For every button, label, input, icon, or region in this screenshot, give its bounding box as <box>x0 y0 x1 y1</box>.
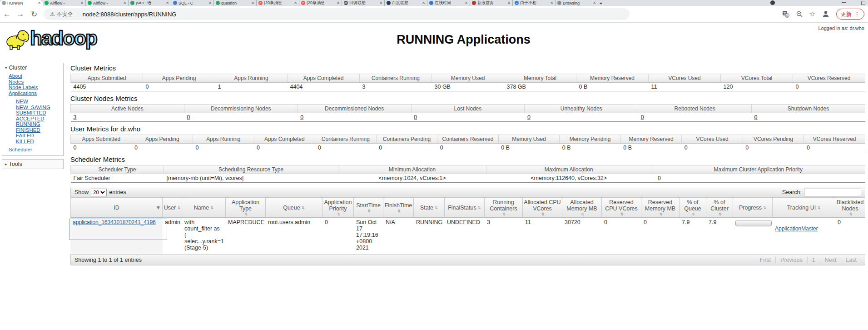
column-header[interactable]: State ⇅ <box>414 198 445 218</box>
column-header[interactable]: Application Type ⇅ <box>226 198 266 218</box>
sidebar-link[interactable]: Nodes <box>9 79 63 85</box>
tools-nav-header[interactable]: ▸ Tools <box>2 160 63 169</box>
browser-tab[interactable]: Airflow - ✕ <box>85 0 128 6</box>
tab-close-icon[interactable]: ✕ <box>208 1 212 5</box>
cell-allocated-memory: 30720 <box>562 218 602 254</box>
node-count-link[interactable]: 0 <box>300 114 303 120</box>
minimize-button[interactable] <box>842 2 846 3</box>
bookmark-star-icon[interactable]: ☆ <box>809 10 815 18</box>
node-count-link[interactable]: 0 <box>527 114 531 120</box>
browser-tab[interactable]: SQL - C ✕ <box>171 0 213 6</box>
cluster-nav-header[interactable]: ▾ Cluster <box>2 63 63 72</box>
browser-tab[interactable]: C (20条消息 ✕ <box>256 0 299 6</box>
column-header[interactable]: Allocated Memory MB ⇅ <box>562 198 602 218</box>
zoom-out-icon[interactable] <box>796 10 803 18</box>
page-button[interactable]: Next <box>820 257 841 263</box>
sort-icon: ⇅ <box>541 212 545 216</box>
tab-close-icon[interactable]: ✕ <box>166 1 169 5</box>
browser-tab[interactable]: 在线时间 ✕ <box>427 0 470 6</box>
tab-close-icon[interactable]: ✕ <box>422 1 425 5</box>
back-button[interactable]: ← <box>0 10 14 19</box>
translate-icon[interactable]: 文 G <box>782 10 789 18</box>
search-input[interactable] <box>804 189 861 196</box>
browser-tab[interactable]: RUNNIN ✕ <box>0 0 43 6</box>
browser-tab[interactable]: C (20条消息 ✕ <box>299 0 342 6</box>
column-header-label: Application Type <box>227 199 264 212</box>
cell-name: with count_filter as ( selec...y.rank=1 … <box>182 218 226 254</box>
sidebar-link-scheduler[interactable]: Scheduler <box>9 147 63 153</box>
sort-icon: ▼ <box>157 205 160 210</box>
browser-tab[interactable]: question ✕ <box>213 0 256 6</box>
sidebar-state-link[interactable]: NEW <box>16 99 63 105</box>
column-header[interactable]: Reserved CPU VCores ⇅ <box>602 198 641 218</box>
reload-button[interactable]: ↻ <box>27 10 41 19</box>
browser-tab[interactable]: 新浪首页 ✕ <box>470 0 512 6</box>
tab-close-icon[interactable]: ✕ <box>465 1 468 5</box>
sidebar-state-link[interactable]: SUBMITTED <box>16 110 63 116</box>
tab-close-icon[interactable]: ✕ <box>379 1 382 5</box>
column-header[interactable]: % of Queue ⇅ <box>680 198 706 218</box>
page-button[interactable]: Previous <box>775 257 807 263</box>
column-header[interactable]: Tracking UI ⇅ <box>773 198 835 218</box>
browser-tab[interactable]: e 由于不相 ✕ <box>512 0 555 6</box>
node-count-link[interactable]: 3 <box>74 114 77 120</box>
tab-close-icon[interactable]: ✕ <box>507 1 511 5</box>
apps-table-header: ID ▼ User ⇅ Name ⇅ Application Type ⇅ Qu… <box>70 198 865 218</box>
browser-tab[interactable]: Browsing ✕ <box>555 0 598 6</box>
maximize-button[interactable] <box>861 1 865 5</box>
sidebar-state-link[interactable]: RUNNING <box>16 121 63 127</box>
sidebar-link[interactable]: Applications <box>9 90 63 96</box>
tab-close-icon[interactable]: ✕ <box>550 1 553 5</box>
sidebar-link[interactable]: About <box>9 73 63 79</box>
column-header[interactable]: Reserved Memory MB ⇅ <box>641 198 680 218</box>
column-header[interactable]: Application Priority ⇅ <box>322 198 354 218</box>
sidebar-state-link[interactable]: KILLED <box>16 139 63 145</box>
tab-close-icon[interactable]: ✕ <box>294 1 297 5</box>
cell-user: admin <box>163 218 182 254</box>
node-count-link[interactable]: 0 <box>754 114 758 120</box>
sidebar-state-link[interactable]: FAILED <box>16 133 63 139</box>
column-header[interactable]: StartTime ⇅ <box>354 198 383 218</box>
browser-tab[interactable]: Airflow - ✕ <box>43 0 85 6</box>
tab-close-icon[interactable]: ✕ <box>80 1 84 5</box>
browser-tab[interactable]: yarn - 语 ✕ <box>128 0 171 6</box>
tab-close-icon[interactable]: ✕ <box>38 1 41 5</box>
update-button[interactable]: 更新 ⋮ <box>836 9 864 20</box>
sidebar-link[interactable]: Node Labels <box>9 85 63 90</box>
application-id-link[interactable]: application_1634301870241_4196 <box>73 219 156 225</box>
node-count-link[interactable]: 0 <box>414 114 417 120</box>
column-header[interactable]: User ⇅ <box>163 198 182 218</box>
page-button[interactable]: First <box>755 257 775 263</box>
new-tab-button[interactable]: + <box>598 0 604 6</box>
tab-close-icon[interactable]: ✕ <box>251 1 254 5</box>
column-header[interactable]: Running Containers ⇅ <box>485 198 523 218</box>
column-header[interactable]: % of Cluster ⇅ <box>706 198 733 218</box>
column-header[interactable]: Queue ⇅ <box>266 198 322 218</box>
profile-avatar-icon[interactable] <box>822 10 830 18</box>
page-button[interactable]: Last <box>841 257 861 263</box>
page-size-select[interactable]: 20 <box>91 189 107 196</box>
forward-button[interactable]: → <box>14 10 27 19</box>
column-header[interactable]: Progress ⇅ <box>733 198 773 218</box>
browser-tab[interactable]: 百度联想 ✕ <box>384 0 427 6</box>
column-header[interactable]: Blacklisted Nodes ⇅ <box>835 198 865 218</box>
column-header[interactable]: Allocated CPU VCores ⇅ <box>523 198 562 218</box>
sidebar-state-link[interactable]: ACCEPTED <box>16 116 63 122</box>
column-header[interactable]: Name ⇅ <box>182 198 226 218</box>
page-button[interactable]: 1 <box>807 257 820 263</box>
tab-close-icon[interactable]: ✕ <box>593 1 596 5</box>
tab-close-icon[interactable]: ✕ <box>337 1 340 5</box>
browser-tab[interactable]: 03 回调联想 ✕ <box>342 0 384 6</box>
node-count-link[interactable]: 0 <box>187 114 190 120</box>
menu-dots-icon[interactable]: ⋮ <box>854 11 860 17</box>
sidebar-state-link[interactable]: FINISHED <box>16 127 63 133</box>
tab-close-icon[interactable]: ✕ <box>123 1 126 5</box>
address-bar[interactable]: ⚠ 不安全 node2:8088/cluster/apps/RUNNING <box>44 8 630 20</box>
column-header[interactable]: FinishTime ⇅ <box>383 198 414 218</box>
profile-dot-icon[interactable] <box>770 0 775 5</box>
node-count-link[interactable]: 0 <box>641 114 644 120</box>
column-header[interactable]: FinalStatus ⇅ <box>445 198 485 218</box>
column-header[interactable]: ID ▼ <box>70 198 163 218</box>
sidebar-state-link[interactable]: NEW_SAVING <box>16 105 63 110</box>
tracking-ui-link[interactable]: ApplicationMaster <box>775 225 818 232</box>
